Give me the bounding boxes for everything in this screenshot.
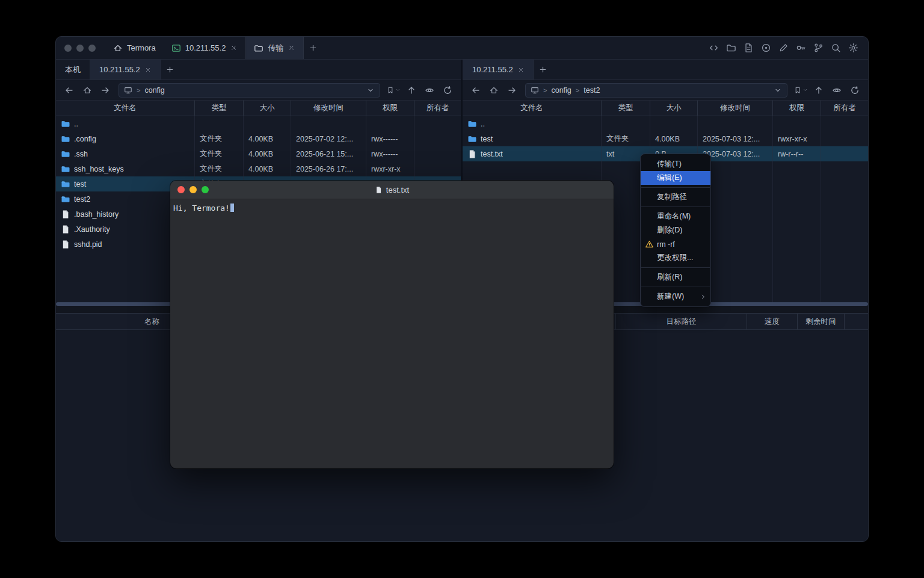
menu-item-edit[interactable]: 编辑(E)	[641, 171, 710, 185]
edit-icon[interactable]	[778, 43, 789, 53]
menu-item-chmod[interactable]: 更改权限...	[641, 251, 710, 265]
forward-button[interactable]	[97, 83, 113, 98]
refresh-button[interactable]	[847, 83, 863, 98]
tab-home[interactable]: Termora	[105, 37, 164, 59]
home-button[interactable]	[79, 83, 95, 98]
editor-content[interactable]: Hi, Termora!	[170, 199, 614, 468]
breadcrumb-separator: >	[576, 87, 579, 94]
pane-new-tab-button[interactable]	[534, 60, 552, 79]
back-button[interactable]	[468, 83, 484, 98]
log-icon[interactable]	[744, 43, 754, 53]
folder-icon[interactable]	[726, 43, 736, 53]
column-header-size[interactable]: 大小	[244, 101, 291, 116]
show-hidden-button[interactable]	[829, 83, 845, 98]
editor-titlebar[interactable]: test.txt	[170, 181, 614, 199]
parent-directory-button[interactable]	[811, 83, 827, 98]
close-tab-icon[interactable]	[144, 66, 152, 73]
column-header-mtime[interactable]: 修改时间	[291, 101, 366, 116]
column-header-name[interactable]: 文件名	[56, 101, 195, 116]
menu-item-rm-rf[interactable]: rm -rf	[641, 237, 710, 251]
minimize-window-button[interactable]	[76, 45, 84, 52]
column-header-mtime[interactable]: 修改时间	[698, 101, 773, 116]
table-row[interactable]: .ssh 文件夹 4.00KB 2025-06-21 15:... rwx---…	[56, 146, 461, 161]
column-header-perm[interactable]: 权限	[773, 101, 821, 116]
left-pane-tabs: 本机 10.211.55.2	[56, 60, 461, 80]
close-window-button[interactable]	[64, 45, 72, 52]
record-icon[interactable]	[761, 43, 771, 53]
file-perm: rwx------	[366, 131, 414, 146]
file-size	[244, 116, 291, 131]
transfer-column-speed[interactable]: 速度	[747, 314, 798, 329]
column-header-perm[interactable]: 权限	[366, 101, 414, 116]
menu-item-refresh[interactable]: 刷新(R)	[641, 270, 710, 284]
chevron-down-icon[interactable]	[774, 86, 782, 95]
settings-icon[interactable]	[848, 43, 858, 53]
editor-zoom-button[interactable]	[202, 186, 209, 193]
refresh-button[interactable]	[440, 83, 455, 98]
computer-icon	[531, 86, 539, 95]
forward-button[interactable]	[504, 83, 520, 98]
right-path-bar[interactable]: > config > test2	[525, 83, 787, 98]
transfer-column-target[interactable]: 目标路径	[616, 314, 747, 329]
pane-tab-host[interactable]: 10.211.55.2	[90, 60, 161, 79]
table-row[interactable]: .config 文件夹 4.00KB 2025-07-02 12:... rwx…	[56, 131, 461, 146]
menu-item-transfer[interactable]: 传输(T)	[641, 157, 710, 171]
bookmark-button[interactable]	[386, 83, 401, 98]
menu-item-rename[interactable]: 重命名(M)	[641, 210, 710, 223]
file-owner	[414, 146, 461, 161]
column-header-owner[interactable]: 所有者	[821, 101, 868, 116]
file-owner	[821, 116, 868, 131]
menu-item-new[interactable]: 新建(W)	[641, 290, 710, 303]
bookmark-button[interactable]	[793, 83, 808, 98]
breadcrumb-separator: >	[137, 87, 140, 94]
breadcrumb[interactable]: config	[144, 86, 164, 95]
pane-tab-local[interactable]: 本机	[56, 60, 90, 79]
pane-tab-label: 10.211.55.2	[472, 65, 513, 74]
editor-window-controls	[170, 186, 209, 193]
branch-icon[interactable]	[813, 43, 824, 53]
chevron-down-icon[interactable]	[366, 86, 375, 95]
back-button[interactable]	[61, 83, 77, 98]
column-header-owner[interactable]: 所有者	[414, 101, 461, 116]
context-menu: 传输(T) 编辑(E) 复制路径 重命名(M) 删除(D) rm -rf 更改权…	[640, 154, 711, 307]
show-hidden-button[interactable]	[422, 83, 437, 98]
tab-host-session[interactable]: 10.211.55.2	[164, 37, 246, 59]
folder-icon	[61, 179, 70, 189]
new-tab-button[interactable]	[304, 37, 322, 59]
key-icon[interactable]	[796, 43, 806, 53]
pane-tab-host[interactable]: 10.211.55.2	[463, 60, 534, 79]
close-tab-icon[interactable]	[517, 66, 525, 73]
column-header-type[interactable]: 类型	[195, 101, 244, 116]
editor-minimize-button[interactable]	[189, 186, 197, 193]
zoom-window-button[interactable]	[88, 45, 96, 52]
search-icon[interactable]	[831, 43, 841, 53]
menu-item-delete[interactable]: 删除(D)	[641, 223, 710, 237]
home-button[interactable]	[486, 83, 502, 98]
breadcrumb[interactable]: config	[551, 86, 571, 95]
menu-item-copy-path[interactable]: 复制路径	[641, 190, 710, 204]
editor-close-button[interactable]	[177, 186, 185, 193]
close-tab-icon[interactable]	[230, 44, 238, 52]
column-header-size[interactable]: 大小	[650, 101, 698, 116]
code-icon[interactable]	[709, 43, 719, 53]
arrow-right-icon	[100, 85, 110, 95]
left-path-bar[interactable]: > config	[119, 83, 380, 98]
table-row[interactable]: ssh_host_keys 文件夹 4.00KB 2025-06-26 17:.…	[56, 161, 461, 176]
file-name: test	[481, 135, 493, 143]
table-row[interactable]: test 文件夹 4.00KB 2025-07-03 12:... rwxr-x…	[463, 131, 868, 146]
table-row[interactable]: ..	[56, 116, 461, 131]
parent-directory-button[interactable]	[404, 83, 419, 98]
file-name: ..	[481, 120, 485, 128]
plus-icon	[309, 43, 318, 52]
transfer-column-eta[interactable]: 剩余时间	[798, 314, 845, 329]
pane-new-tab-button[interactable]	[161, 60, 179, 79]
tab-transfer[interactable]: 传输	[245, 37, 304, 59]
editor-title: test.txt	[170, 185, 614, 194]
breadcrumb[interactable]: test2	[584, 86, 600, 95]
column-header-type[interactable]: 类型	[602, 101, 650, 116]
column-header-name[interactable]: 文件名	[463, 101, 602, 116]
table-row[interactable]: ..	[463, 116, 868, 131]
file-mtime: 2025-06-26 17:...	[291, 161, 366, 176]
folder-icon	[61, 134, 70, 144]
close-tab-icon[interactable]	[288, 44, 295, 52]
